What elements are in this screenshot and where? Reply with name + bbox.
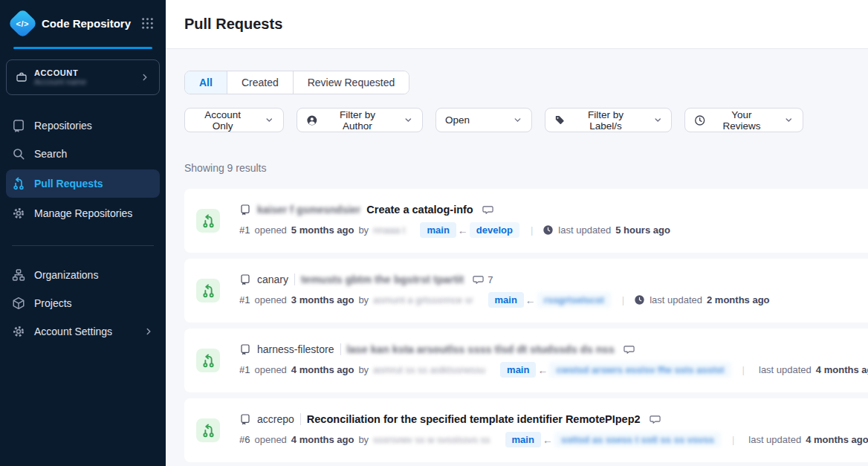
pr-body: accrepo Reconciliation for the specified… [239, 413, 856, 447]
pr-number: #6 [239, 434, 250, 445]
pr-row[interactable]: canary temusts gbtm the bgstrst tpartit … [184, 259, 868, 323]
account-selector[interactable]: ACCOUNT Account name [6, 59, 160, 95]
tab-all[interactable]: All [185, 71, 227, 94]
last-updated-value: 5 hours ago [615, 224, 670, 236]
merge-arrow: ← [537, 364, 548, 376]
pr-row[interactable]: accrepo Reconciliation for the specified… [184, 398, 868, 462]
comment-indicator [650, 414, 661, 425]
brand-accent-line [13, 47, 152, 49]
comment-icon [482, 204, 493, 216]
pr-author-redacted: sssrsvwv ss w svsslssvs ss [373, 434, 490, 445]
divider [294, 274, 295, 285]
app-grid-icon[interactable] [141, 17, 154, 30]
chevron-down-icon [265, 115, 274, 125]
pr-repo-name-redacted: kaiser f gsmesndsier [257, 204, 360, 216]
target-branch-badge[interactable]: main [488, 292, 524, 308]
by-label: by [358, 224, 369, 236]
chevron-down-icon [653, 115, 662, 125]
sidebar-item-account-settings[interactable]: Account Settings [0, 317, 166, 346]
pr-age: 4 months ago [291, 364, 354, 375]
repo-icon [12, 119, 25, 132]
author-filter-dropdown[interactable]: Filter by Author [297, 108, 423, 132]
pr-title-redacted: lase kan ksta arsoutlss ssss tlsd dt stu… [347, 343, 615, 355]
app-title: Code Repository [42, 17, 133, 30]
pull-request-icon [201, 284, 216, 298]
pr-number: #1 [239, 294, 250, 305]
state-filter-dropdown[interactable]: Open [435, 108, 532, 132]
repo-icon [239, 343, 251, 355]
pull-request-icon [201, 214, 216, 228]
branch-badges: main ← develop [418, 222, 520, 238]
reviews-filter-dropdown[interactable]: Your Reviews [684, 108, 803, 132]
sidebar-item-repositories[interactable]: Repositories [0, 111, 166, 140]
logo-row: </> Code Repository [0, 0, 166, 47]
sidebar-item-label: Organizations [34, 269, 98, 281]
tab-review-requested[interactable]: Review Requested [293, 71, 409, 94]
state-filter-label: Open [445, 114, 470, 126]
comment-indicator [482, 204, 493, 216]
sidebar-item-pull-requests[interactable]: Pull Requests [6, 169, 160, 198]
sidebar-item-projects[interactable]: Projects [0, 289, 166, 317]
pr-author-redacted: nnaaa t [373, 224, 405, 236]
pr-author-redacted: asmunt a grtsssnnce sr [373, 294, 473, 305]
main-area: Pull Requests All Created Review Request… [166, 0, 868, 466]
author-filter-label: Filter by Author [325, 109, 391, 132]
branch-badges: main ← cwstsd arswrs esslsv ffw ssts ass… [499, 362, 733, 378]
target-branch-badge[interactable]: main [500, 362, 536, 378]
target-branch-badge[interactable]: main [505, 432, 541, 447]
pr-open-state-icon [196, 349, 220, 372]
sidebar-item-label: Search [34, 148, 67, 160]
filter-bar: Account Only Filter by Author Open [184, 108, 868, 132]
opened-label: opened [254, 364, 286, 375]
pr-open-state-icon [196, 209, 220, 233]
label-filter-dropdown[interactable]: Filter by Label/s [545, 108, 672, 132]
pr-title: Reconciliation for the specified templat… [307, 413, 641, 425]
branch-badges: main ← ssttsd as ssess t sstl ss ss vsvs… [504, 432, 722, 447]
label-filter-label: Filter by Label/s [571, 109, 639, 132]
pr-number: #1 [239, 224, 250, 236]
clock-filled-icon [634, 294, 645, 305]
pr-row[interactable]: kaiser f gsmesndsier Create a catalog-in… [184, 189, 868, 253]
target-branch-badge[interactable]: main [420, 222, 456, 238]
pr-tabs: All Created Review Requested [184, 71, 409, 94]
pr-author-redacted: asmrut ss ss astktssrwssu [373, 364, 485, 375]
divider [340, 343, 341, 355]
sidebar-item-search[interactable]: Search [0, 140, 166, 168]
pr-row[interactable]: harness-filestore lase kan ksta arsoutls… [184, 329, 868, 392]
source-branch-badge[interactable]: develop [470, 222, 519, 238]
sidebar-item-manage-repositories[interactable]: Manage Repositories [0, 199, 166, 227]
sidebar-item-label: Projects [34, 297, 72, 309]
content-area: All Created Review Requested Account Onl… [166, 49, 868, 466]
pr-age: 4 months ago [291, 434, 354, 445]
user-icon [306, 114, 318, 126]
pr-repo-name: canary [257, 274, 288, 285]
source-branch-badge-redacted[interactable]: ssttsd as ssess t sstl ss ss vsvss [554, 432, 721, 447]
opened-label: opened [254, 294, 286, 305]
merge-arrow: ← [458, 224, 468, 236]
sidebar-item-label: Repositories [34, 120, 92, 132]
comment-icon [624, 344, 635, 355]
pr-number: #1 [239, 364, 250, 375]
repo-icon [239, 413, 251, 425]
briefcase-icon [16, 71, 27, 83]
pr-body: harness-filestore lase kan ksta arsoutls… [239, 343, 856, 378]
by-label: by [358, 434, 369, 445]
tab-created[interactable]: Created [227, 71, 293, 94]
last-updated-label: last updated [748, 434, 801, 445]
results-summary: Showing 9 results [184, 162, 868, 174]
comment-indicator [624, 344, 635, 355]
last-updated-label: last updated [759, 364, 812, 375]
merge-arrow: ← [542, 434, 553, 446]
sidebar-item-label: Account Settings [34, 326, 112, 337]
pr-open-state-icon [196, 279, 220, 302]
search-icon [12, 147, 25, 161]
account-name-redacted: Account name [34, 77, 133, 86]
sidebar-item-organizations[interactable]: Organizations [0, 261, 166, 289]
pr-repo-name: harness-filestore [257, 343, 334, 355]
scope-filter-dropdown[interactable]: Account Only [184, 108, 284, 132]
source-branch-badge-redacted[interactable]: rssgrtselscst [537, 292, 611, 308]
page-title: Pull Requests [184, 16, 282, 33]
merge-arrow: ← [525, 294, 536, 306]
pull-request-icon [201, 354, 216, 368]
source-branch-badge-redacted[interactable]: cwstsd arswrs esslsv ffw ssts asstst [549, 362, 731, 378]
